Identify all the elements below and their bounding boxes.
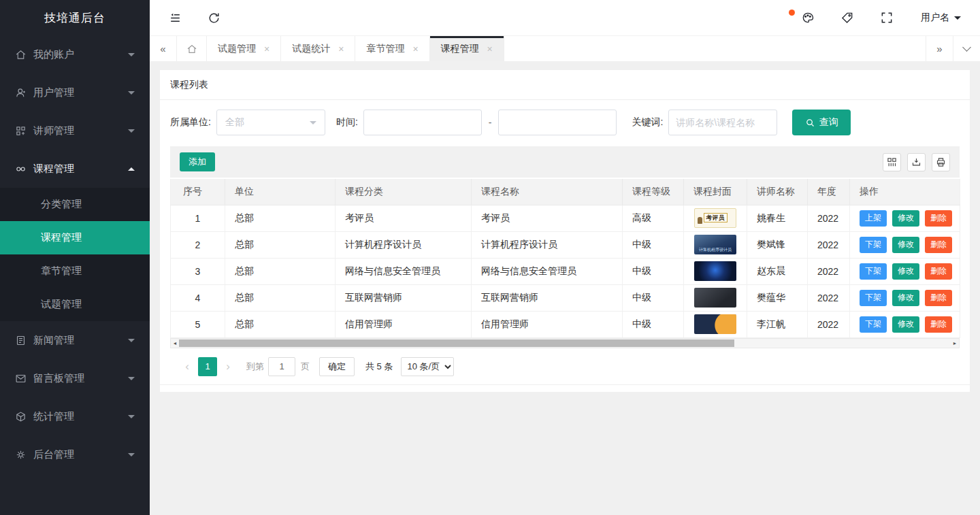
unpublish-button[interactable]: 下架 <box>860 290 887 306</box>
sidebar-item-statistics-mgmt[interactable]: 统计管理 <box>0 397 150 435</box>
sidebar-item-label: 统计管理 <box>33 410 128 423</box>
unpublish-button[interactable]: 下架 <box>860 237 887 253</box>
page-number-button[interactable]: 1 <box>198 357 217 376</box>
next-page-button[interactable]: › <box>219 357 237 376</box>
page-size-select[interactable]: 10 条/页 <box>401 357 454 376</box>
unit-select[interactable]: 全部 <box>216 110 325 135</box>
horizontal-scrollbar[interactable]: ◄ ► <box>170 338 960 348</box>
tab-question-mgmt[interactable]: 试题管理 × <box>207 36 281 61</box>
sidebar-item-news-mgmt[interactable]: 新闻管理 <box>0 321 150 359</box>
refresh-icon[interactable] <box>208 12 220 24</box>
cell-level: 中级 <box>623 258 684 284</box>
tabs-menu-button[interactable] <box>953 36 980 61</box>
sidebar-subitem-chapter-mgmt[interactable]: 章节管理 <box>0 254 150 288</box>
unit-filter-label: 所属单位: <box>170 116 211 129</box>
unpublish-button[interactable]: 下架 <box>860 316 887 333</box>
export-icon <box>911 157 921 167</box>
close-icon[interactable]: × <box>412 44 418 54</box>
unpublish-button[interactable]: 下架 <box>860 263 887 280</box>
scroll-right-arrow-icon[interactable]: ► <box>951 341 959 346</box>
cell-name: 互联网营销师 <box>472 284 623 311</box>
time-filter-label: 时间: <box>336 116 358 129</box>
keyword-input[interactable] <box>668 110 777 135</box>
add-button[interactable]: 添加 <box>180 152 215 171</box>
collapse-sidebar-icon[interactable] <box>169 12 182 24</box>
cell-actions: 下架修改删除 <box>850 284 960 311</box>
delete-button[interactable]: 删除 <box>925 237 952 253</box>
edit-button[interactable]: 修改 <box>892 263 919 280</box>
close-icon[interactable]: × <box>487 44 493 54</box>
sidebar-item-course-mgmt[interactable]: 课程管理 <box>0 150 150 188</box>
tabbar-spacer <box>504 36 926 61</box>
edit-button[interactable]: 修改 <box>892 290 919 306</box>
cell-name: 考评员 <box>472 205 623 231</box>
tabs-scroll-right-button[interactable]: » <box>926 36 953 61</box>
delete-button[interactable]: 删除 <box>925 290 952 306</box>
palette-icon <box>801 11 815 24</box>
user-menu[interactable]: 用户名 <box>921 12 961 24</box>
username: 用户名 <box>921 12 949 24</box>
header-seq: 序号 <box>171 178 225 205</box>
cell-level: 中级 <box>623 231 684 258</box>
sidebar-subitem-label: 分类管理 <box>41 198 82 211</box>
range-separator: - <box>489 117 492 128</box>
table-row: 1 总部 考评员 考评员 高级 考评员 姚春生 2022 <box>171 205 960 231</box>
sidebar-subitem-question-mgmt[interactable]: 试题管理 <box>0 288 150 321</box>
sidebar-subitem-course-mgmt[interactable]: 课程管理 <box>0 221 150 254</box>
cell-seq: 3 <box>171 258 225 284</box>
tab-question-stats[interactable]: 试题统计 × <box>281 36 355 61</box>
theme-palette-button[interactable] <box>801 11 815 24</box>
column-settings-button[interactable] <box>883 153 901 171</box>
cell-year: 2022 <box>808 205 850 231</box>
page-title: 课程列表 <box>160 70 970 100</box>
cell-unit: 总部 <box>225 231 336 258</box>
delete-button[interactable]: 删除 <box>925 210 952 227</box>
prev-page-button[interactable]: ‹ <box>178 357 196 376</box>
delete-button[interactable]: 删除 <box>925 263 952 280</box>
goto-page-input[interactable] <box>268 357 295 376</box>
tag-button[interactable] <box>840 11 854 24</box>
sidebar-item-user-mgmt[interactable]: 用户管理 <box>0 73 150 112</box>
time-end-input[interactable] <box>498 110 617 135</box>
tabs-scroll-left-button[interactable]: « <box>150 36 177 61</box>
cell-name: 计算机程序设计员 <box>472 231 623 258</box>
sidebar-item-backend-mgmt[interactable]: 后台管理 <box>0 435 150 474</box>
columns-icon <box>887 157 897 167</box>
tab-course-mgmt[interactable]: 课程管理 × <box>430 36 504 61</box>
sidebar-item-label: 用户管理 <box>33 86 128 99</box>
publish-button[interactable]: 上架 <box>860 210 887 227</box>
home-icon <box>15 49 27 61</box>
cell-level: 高级 <box>623 205 684 231</box>
close-icon[interactable]: × <box>264 44 270 54</box>
edit-button[interactable]: 修改 <box>892 237 919 253</box>
tab-home[interactable] <box>177 36 207 61</box>
time-start-input[interactable] <box>363 110 482 135</box>
scroll-left-arrow-icon[interactable]: ◄ <box>171 341 179 346</box>
export-button[interactable] <box>907 153 926 171</box>
sidebar-subitem-label: 课程管理 <box>41 231 82 244</box>
scrollbar-track[interactable] <box>179 339 951 348</box>
home-icon <box>186 44 197 54</box>
sidebar-item-teacher-mgmt[interactable]: 讲师管理 <box>0 112 150 150</box>
edit-button[interactable]: 修改 <box>892 210 919 227</box>
tab-chapter-mgmt[interactable]: 章节管理 × <box>355 36 429 61</box>
edit-button[interactable]: 修改 <box>892 316 919 333</box>
confirm-button[interactable]: 确定 <box>319 357 355 376</box>
cell-seq: 4 <box>171 284 225 311</box>
cell-cover <box>684 284 747 311</box>
tab-label: 试题管理 <box>218 43 256 55</box>
fullscreen-button[interactable] <box>880 11 894 24</box>
scrollbar-thumb[interactable] <box>179 339 734 347</box>
tag-icon <box>840 11 854 24</box>
print-button[interactable] <box>932 153 950 171</box>
sidebar-item-my-account[interactable]: 我的账户 <box>0 35 150 73</box>
sidebar-item-message-board-mgmt[interactable]: 留言板管理 <box>0 359 150 397</box>
sidebar-item-label: 后台管理 <box>33 448 128 461</box>
cell-year: 2022 <box>808 231 850 258</box>
search-button[interactable]: 查询 <box>792 110 851 135</box>
table-header: 序号 单位 课程分类 课程名称 课程等级 课程封面 讲师名称 年度 操作 <box>171 178 960 205</box>
close-icon[interactable]: × <box>338 44 344 54</box>
chevron-down-icon <box>310 121 316 124</box>
sidebar-subitem-category-mgmt[interactable]: 分类管理 <box>0 188 150 221</box>
delete-button[interactable]: 删除 <box>925 316 952 333</box>
